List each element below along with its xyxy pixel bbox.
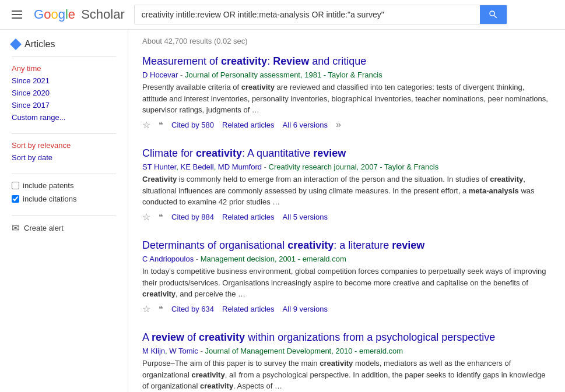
result-meta: C Andriopoulos - Management decision, 20…	[142, 255, 551, 263]
result-meta: M Klijn, W Tomic - Journal of Management…	[142, 347, 551, 355]
search-bar	[134, 5, 507, 24]
title-prefix: Measurement of	[142, 55, 221, 67]
sidebar-articles-section: Articles	[12, 39, 116, 50]
result-actions: ☆ ❝ Cited by 580 Related articles All 6 …	[142, 119, 551, 130]
cite-icon[interactable]: ❝	[159, 304, 163, 313]
filter-since-2021[interactable]: Since 2021	[12, 76, 116, 85]
title-middle: of	[184, 331, 199, 343]
title-bold2: review	[392, 239, 424, 251]
star-icon[interactable]: ☆	[142, 211, 150, 223]
result-meta: ST Hunter, KE Bedell, MD Mumford - Creat…	[142, 163, 551, 171]
title-prefix: A	[142, 331, 152, 343]
filter-since-2017[interactable]: Since 2017	[12, 101, 116, 110]
star-icon[interactable]: ☆	[142, 119, 150, 130]
logo-o1: o	[44, 7, 51, 22]
diamond-icon	[10, 38, 22, 50]
include-section: include patents include citations	[12, 181, 116, 203]
create-alert-button[interactable]: ✉ Create alert	[12, 223, 116, 234]
result-journal: Journal of Management Development, 2010 …	[205, 347, 403, 355]
filter-since-2020[interactable]: Since 2020	[12, 89, 116, 97]
versions-link[interactable]: All 6 versions	[283, 121, 328, 129]
title-bold1: review	[152, 331, 184, 343]
title-bold2: review	[313, 147, 346, 159]
related-articles-link[interactable]: Related articles	[222, 213, 275, 221]
result-item: Climate for creativity: A quantitative r…	[142, 147, 551, 223]
search-input[interactable]	[135, 5, 480, 24]
versions-link[interactable]: All 5 versions	[283, 213, 328, 221]
result-item: Determinants of organisational creativit…	[142, 239, 551, 315]
result-snippet: In today's competitive business environm…	[142, 266, 551, 300]
search-results: About 42,700 results (0.02 sec) Measurem…	[128, 30, 565, 392]
title-bold1: creativity	[196, 147, 242, 159]
more-icon[interactable]: »	[336, 119, 341, 130]
result-journal: Journal of Personality assessment, 1981 …	[185, 70, 382, 79]
result-meta: D Hocevar - Journal of Personality asses…	[142, 70, 551, 79]
result-title-link[interactable]: A review of creativity within organizati…	[142, 331, 495, 343]
result-title-link[interactable]: Determinants of organisational creativit…	[142, 239, 424, 251]
include-citations-label[interactable]: include citations	[23, 195, 77, 203]
result-item: Measurement of creativity: Review and cr…	[142, 55, 551, 130]
result-author-st[interactable]: ST Hunter	[142, 163, 176, 171]
main-layout: Articles Any time Since 2021 Since 2020 …	[0, 30, 565, 392]
logo-g2: g	[58, 7, 65, 22]
result-journal: Creativity research journal, 2007 - Tayl…	[269, 163, 439, 171]
logo: Google Scholar	[34, 7, 125, 22]
logo-e: e	[68, 7, 75, 22]
title-middle: : a literature	[334, 239, 392, 251]
filter-custom-range[interactable]: Custom range...	[12, 113, 116, 122]
result-author[interactable]: D Hocevar	[142, 70, 178, 79]
versions-link[interactable]: All 9 versions	[283, 305, 328, 313]
results-summary: About 42,700 results (0.02 sec)	[142, 37, 551, 45]
result-title-link[interactable]: Measurement of creativity: Review and cr…	[142, 55, 366, 67]
filter-any-time[interactable]: Any time	[12, 64, 116, 73]
create-alert-label: Create alert	[24, 224, 64, 232]
cited-by-link[interactable]: Cited by 580	[171, 121, 214, 129]
result-author-ke[interactable]: KE Bedell	[181, 163, 214, 171]
search-icon	[488, 9, 499, 20]
include-patents-label[interactable]: include patents	[23, 181, 73, 190]
star-icon[interactable]: ☆	[142, 303, 150, 315]
include-patents-row: include patents	[12, 181, 116, 190]
result-title: Determinants of organisational creativit…	[142, 239, 551, 252]
result-title: A review of creativity within organizati…	[142, 331, 551, 344]
result-source: -	[264, 163, 269, 171]
title-prefix: Determinants of organisational	[142, 239, 287, 251]
result-snippet: Creativity is commonly held to emerge fr…	[142, 174, 551, 208]
result-actions: ☆ ❝ Cited by 634 Related articles All 9 …	[142, 303, 551, 315]
include-patents-checkbox[interactable]	[12, 182, 19, 189]
result-source: -	[196, 255, 201, 263]
sort-section: Sort by relevance Sort by date	[12, 141, 116, 162]
logo-scholar: Scholar	[78, 7, 125, 22]
result-author-md[interactable]: MD Mumford	[218, 163, 262, 171]
sort-date[interactable]: Sort by date	[12, 153, 116, 162]
menu-button[interactable]	[9, 8, 24, 21]
result-snippet: Purpose–The aim of this paper is to surv…	[142, 358, 551, 392]
results-timing: (0.02 sec)	[214, 37, 248, 45]
include-citations-row: include citations	[12, 195, 116, 203]
include-citations-checkbox[interactable]	[12, 195, 19, 203]
title-middle: : A quantitative	[242, 147, 313, 159]
time-filter-section: Any time Since 2021 Since 2020 Since 201…	[12, 64, 116, 122]
result-actions: ☆ ❝ Cited by 884 Related articles All 5 …	[142, 211, 551, 223]
result-title-link[interactable]: Climate for creativity: A quantitative r…	[142, 147, 346, 159]
cite-icon[interactable]: ❝	[159, 212, 163, 221]
related-articles-link[interactable]: Related articles	[222, 305, 275, 313]
result-title: Climate for creativity: A quantitative r…	[142, 147, 551, 160]
header: Google Scholar	[0, 0, 565, 30]
title-prefix: Climate for	[142, 147, 196, 159]
result-author-m[interactable]: M Klijn	[142, 347, 165, 355]
title-bold1: creativity	[287, 239, 334, 251]
title-suffix: and critique	[309, 55, 366, 67]
cited-by-link[interactable]: Cited by 884	[171, 213, 214, 221]
results-count: About 42,700 results	[142, 37, 212, 45]
result-author-w[interactable]: W Tomic	[169, 347, 198, 355]
search-button[interactable]	[480, 5, 507, 24]
related-articles-link[interactable]: Related articles	[222, 121, 275, 129]
title-bold2: creativity	[199, 331, 245, 343]
sort-relevance[interactable]: Sort by relevance	[12, 141, 116, 150]
logo-g: G	[34, 7, 44, 22]
result-author[interactable]: C Andriopoulos	[142, 255, 194, 263]
cited-by-link[interactable]: Cited by 634	[171, 305, 214, 313]
cite-icon[interactable]: ❝	[159, 120, 163, 129]
sidebar: Articles Any time Since 2021 Since 2020 …	[0, 30, 128, 392]
